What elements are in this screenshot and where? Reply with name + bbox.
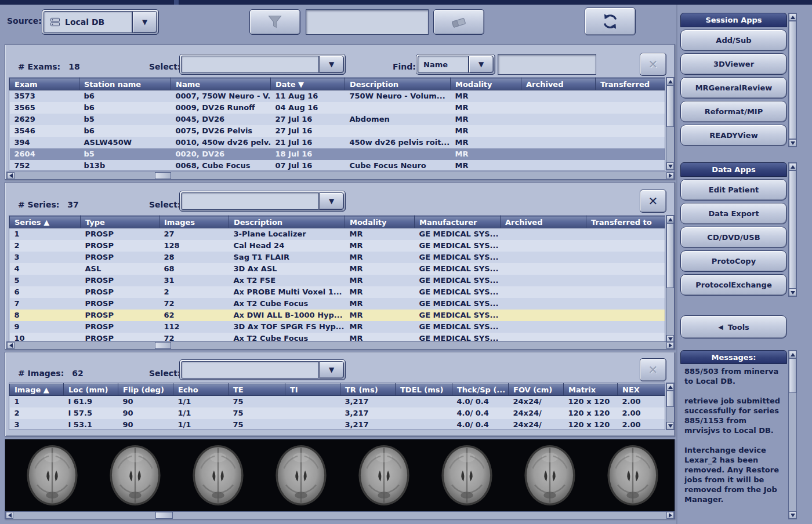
table-cell[interactable]: 2.00 [618, 419, 666, 430]
table-cell[interactable]: b6 [79, 125, 171, 137]
image-thumbnail[interactable] [433, 441, 501, 510]
scrollbar-thumb[interactable] [155, 512, 173, 519]
table-row[interactable]: 9PROSP1123D Ax TOF SPGR FS Hyp...MRGE ME… [10, 321, 666, 333]
column-header[interactable]: Type [81, 216, 160, 228]
table-cell[interactable]: 3D Ax ASL [229, 263, 345, 275]
table-cell[interactable]: 4.0/ 0.4 [452, 396, 509, 408]
table-cell[interactable]: 4.0/ 0.4 [452, 419, 509, 430]
table-cell[interactable]: 2.00 [618, 407, 666, 419]
table-cell[interactable]: GE MEDICAL SYS... [415, 286, 501, 298]
table-cell[interactable]: 1/1 [173, 407, 229, 419]
search-input[interactable] [306, 9, 429, 35]
scroll-up-arrow[interactable] [666, 78, 674, 85]
table-cell[interactable]: 0020, DV26 [171, 148, 271, 160]
table-cell[interactable]: MR [345, 252, 415, 263]
table-cell[interactable] [501, 298, 586, 310]
table-cell[interactable]: MR [345, 321, 415, 333]
table-cell[interactable]: 62 [160, 310, 229, 321]
table-cell[interactable]: MR [451, 148, 521, 160]
table-row[interactable]: 3565b60009, DV26 Runoff04 Aug 16MR [10, 102, 666, 114]
image-thumbnail[interactable] [101, 441, 169, 510]
table-cell[interactable]: 21 Jul 16 [271, 137, 345, 148]
table-cell[interactable] [521, 90, 596, 103]
table-cell[interactable]: PROSP [81, 240, 160, 252]
table-cell[interactable]: 31 [160, 275, 229, 286]
column-header[interactable]: Images [160, 216, 229, 228]
table-cell[interactable]: Ax T2 FSE [229, 275, 345, 286]
column-header[interactable]: Flip (deg) [118, 384, 173, 396]
scroll-right-arrow[interactable] [666, 172, 674, 179]
table-cell[interactable] [501, 321, 586, 333]
table-cell[interactable]: PROSP [81, 275, 160, 286]
table-cell[interactable]: 112 [160, 321, 229, 333]
table-cell[interactable] [345, 148, 451, 160]
table-row[interactable]: 8PROSP62Ax DWI ALL B-1000 Hyp...MRGE MED… [10, 310, 666, 321]
table-cell[interactable]: MR [345, 310, 415, 321]
table-cell[interactable]: 75 [229, 419, 285, 430]
table-cell[interactable]: MR [345, 240, 415, 252]
table-row[interactable]: 7PROSP72Ax T2 Cube FocusMRGE MEDICAL SYS… [10, 298, 666, 310]
table-cell[interactable]: PROSP [81, 321, 160, 333]
exams-find-input[interactable] [498, 54, 596, 75]
table-cell[interactable]: 3,217 [340, 419, 396, 430]
table-cell[interactable]: 07 Jul 16 [271, 160, 345, 170]
table-cell[interactable]: 27 Jul 16 [271, 114, 345, 125]
table-cell[interactable]: b5 [79, 148, 171, 160]
exams-find-arrow[interactable]: ▼ [469, 56, 494, 73]
table-cell[interactable] [396, 407, 452, 419]
data-app-button[interactable]: Edit Patient [680, 179, 787, 201]
data-app-button[interactable]: CD/DVD/USB [680, 227, 787, 248]
table-row[interactable]: 4ASL683D Ax ASLMRGE MEDICAL SYS... [10, 263, 666, 275]
table-cell[interactable] [521, 102, 596, 114]
table-row[interactable]: 1PROSP273-Plane LocalizerMRGE MEDICAL SY… [10, 228, 666, 241]
column-header[interactable]: Archived [501, 216, 586, 228]
scroll-left-arrow[interactable] [7, 342, 14, 349]
column-header[interactable]: Transferred to [586, 216, 666, 228]
table-cell[interactable]: Abdomen [345, 114, 451, 125]
column-header[interactable]: Manufacturer [415, 216, 501, 228]
column-header[interactable]: Modality [451, 78, 521, 90]
data-app-button[interactable]: ProtocolExchange [680, 274, 787, 296]
table-cell[interactable] [596, 125, 666, 137]
table-cell[interactable]: 04 Aug 16 [271, 102, 345, 114]
table-cell[interactable]: GE MEDICAL SYS... [415, 321, 501, 333]
table-cell[interactable]: Ax PROBE Multi Voxel 1... [229, 286, 345, 298]
table-cell[interactable]: GE MEDICAL SYS... [415, 275, 501, 286]
table-cell[interactable]: 394 [10, 137, 79, 148]
messages-scrollbar[interactable] [788, 350, 797, 519]
table-cell[interactable]: 2 [160, 286, 229, 298]
column-header[interactable]: Exam [10, 78, 79, 90]
table-cell[interactable]: 1/1 [173, 396, 229, 408]
table-cell[interactable] [586, 275, 666, 286]
table-cell[interactable]: 90 [118, 407, 173, 419]
column-header[interactable]: TDEL (ms) [396, 384, 452, 396]
table-cell[interactable] [596, 90, 666, 103]
scroll-up-arrow[interactable] [789, 351, 796, 358]
table-cell[interactable]: MR [345, 286, 415, 298]
image-thumbnail[interactable] [516, 441, 584, 510]
table-cell[interactable]: 8 [10, 310, 81, 321]
eraser-button[interactable] [433, 9, 484, 35]
scroll-left-arrow[interactable] [7, 172, 14, 179]
series-vertical-scrollbar[interactable] [666, 215, 675, 343]
table-cell[interactable]: GE MEDICAL SYS... [415, 240, 501, 252]
table-cell[interactable]: 3D Ax TOF SPGR FS Hyp... [229, 321, 345, 333]
session-app-button[interactable]: MRGeneralReview [680, 77, 787, 99]
table-cell[interactable] [501, 263, 586, 275]
table-cell[interactable]: 450w dv26 pelvis roit... [345, 137, 451, 148]
table-cell[interactable]: MR [345, 228, 415, 241]
table-cell[interactable]: 24x24/ [509, 396, 564, 408]
scrollbar-thumb[interactable] [155, 172, 171, 179]
table-cell[interactable] [596, 137, 666, 148]
column-header[interactable]: TI [285, 384, 340, 396]
series-select-arrow[interactable]: ▼ [319, 192, 344, 210]
table-cell[interactable] [501, 286, 586, 298]
table-cell[interactable]: 28 [160, 252, 229, 263]
table-cell[interactable]: 5 [10, 275, 81, 286]
table-cell[interactable]: 2.00 [618, 396, 666, 408]
table-cell[interactable]: 1 [10, 228, 81, 241]
strip-horizontal-scrollbar[interactable] [5, 511, 675, 519]
scroll-down-arrow[interactable] [666, 162, 674, 170]
table-cell[interactable] [501, 228, 586, 241]
table-cell[interactable] [501, 275, 586, 286]
